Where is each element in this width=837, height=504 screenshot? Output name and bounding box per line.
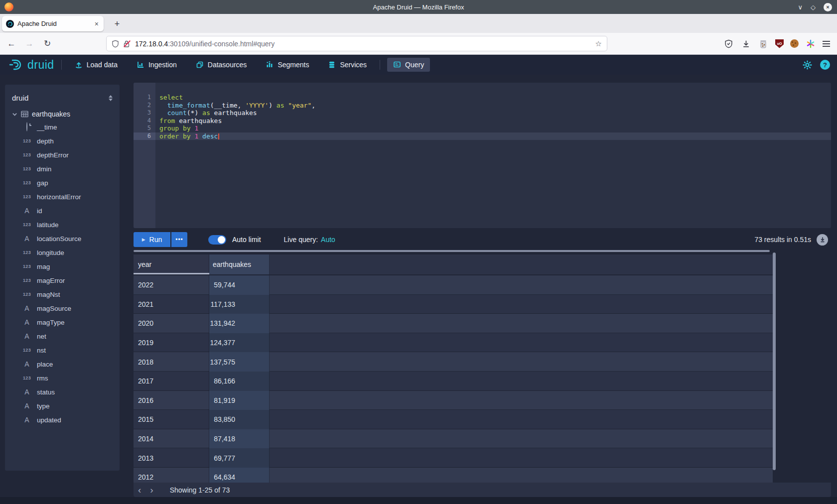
tab-close-icon[interactable]: ×: [94, 20, 100, 28]
sidebar-column-magSource[interactable]: AmagSource: [12, 301, 113, 315]
cell-year[interactable]: 2012: [134, 468, 209, 483]
colorful-asterisk-extension-icon[interactable]: [805, 38, 816, 49]
sidebar-column-status[interactable]: Astatus: [12, 385, 113, 399]
window-close-icon[interactable]: ×: [824, 3, 832, 11]
sidebar-column-mag[interactable]: 123mag: [12, 259, 113, 273]
sidebar-column-locationSource[interactable]: AlocationSource: [12, 232, 113, 246]
sidebar-column-updated[interactable]: Aupdated: [12, 413, 113, 427]
nav-services[interactable]: Services: [322, 58, 373, 72]
sidebar-table-earthquakes[interactable]: earthquakes: [12, 110, 113, 118]
window-minimize-icon[interactable]: ∨: [798, 4, 803, 10]
cell-earthquakes[interactable]: 87,418: [209, 429, 270, 449]
code-line-4[interactable]: from earthquakes: [155, 117, 831, 125]
sidebar-column-__time[interactable]: __time: [12, 120, 113, 134]
nav-load-data[interactable]: Load data: [69, 58, 124, 72]
sidebar-column-depth[interactable]: 123depth: [12, 134, 113, 148]
browser-tab[interactable]: Apache Druid ×: [2, 16, 104, 31]
cell-year[interactable]: 2019: [134, 333, 209, 353]
sidebar-column-horizontalError[interactable]: 123horizontalError: [12, 190, 113, 204]
run-button[interactable]: ▶ Run: [134, 232, 170, 247]
sort-icon[interactable]: [109, 95, 113, 101]
menu-icon[interactable]: [823, 41, 830, 47]
nav-query[interactable]: Query: [387, 58, 430, 72]
sidebar-column-magError[interactable]: 123magError: [12, 273, 113, 287]
protections-shield-icon[interactable]: [723, 38, 734, 49]
nav-ingestion[interactable]: Ingestion: [131, 58, 183, 72]
settings-gear-icon[interactable]: [803, 60, 812, 70]
query-editor[interactable]: 123456 select time_format(__time, 'YYYY'…: [134, 83, 831, 228]
cell-filler: [270, 429, 773, 449]
sidebar-column-depthError[interactable]: 123depthError: [12, 148, 113, 162]
column-header-year[interactable]: year: [134, 254, 209, 274]
sidebar-column-type[interactable]: Atype: [12, 399, 113, 413]
code-line-1[interactable]: select: [155, 94, 831, 102]
sidebar-column-latitude[interactable]: 123latitude: [12, 218, 113, 232]
horizontal-scrollbar[interactable]: [134, 250, 770, 252]
cell-year[interactable]: 2014: [134, 429, 209, 449]
help-icon[interactable]: ?: [820, 60, 830, 70]
column-name: magNst: [37, 291, 60, 298]
cell-earthquakes[interactable]: 131,942: [209, 314, 270, 333]
sidebar-column-place[interactable]: Aplace: [12, 357, 113, 371]
window-maximize-icon[interactable]: ◇: [811, 4, 816, 10]
sidebar-column-nst[interactable]: 123nst: [12, 343, 113, 357]
chevron-down-icon[interactable]: [12, 112, 17, 117]
next-page-icon[interactable]: ›: [145, 485, 157, 495]
prev-page-icon[interactable]: ‹: [134, 485, 145, 495]
download-results-icon[interactable]: [817, 234, 828, 246]
cell-earthquakes[interactable]: 86,166: [209, 372, 270, 391]
vertical-scrollbar[interactable]: [773, 252, 776, 470]
cell-year[interactable]: 2013: [134, 448, 209, 468]
bookmark-star-icon[interactable]: ☆: [595, 39, 602, 48]
druid-logo[interactable]: druid: [9, 58, 54, 72]
nav-segments[interactable]: Segments: [260, 58, 315, 72]
cell-earthquakes[interactable]: 83,850: [209, 410, 270, 429]
url-bar[interactable]: 172.18.0.4:30109/unified-console.html#qu…: [106, 36, 607, 51]
table-row: 201681,919: [134, 391, 773, 410]
sidebar-column-dmin[interactable]: 123dmin: [12, 162, 113, 176]
url-text[interactable]: 172.18.0.4:30109/unified-console.html#qu…: [135, 40, 595, 48]
cell-year[interactable]: 2015: [134, 410, 209, 429]
tracking-shield-icon[interactable]: [112, 40, 119, 48]
code-line-5[interactable]: group by 1: [155, 125, 831, 132]
cell-earthquakes[interactable]: 69,777: [209, 448, 270, 468]
run-more-button[interactable]: •••: [171, 232, 187, 247]
new-tab-button[interactable]: +: [111, 17, 124, 30]
cell-earthquakes[interactable]: 59,744: [209, 275, 270, 295]
cookie-extension-icon[interactable]: [790, 39, 799, 48]
auto-limit-toggle[interactable]: [208, 235, 226, 245]
cell-year[interactable]: 2018: [134, 352, 209, 372]
editor-code[interactable]: select time_format(__time, 'YYYY') as "y…: [155, 83, 831, 228]
live-query-value[interactable]: Auto: [321, 236, 335, 244]
sidebar-column-net[interactable]: Anet: [12, 329, 113, 343]
column-header-earthquakes[interactable]: earthquakes: [209, 254, 270, 274]
cell-earthquakes[interactable]: 124,377: [209, 333, 270, 353]
back-button[interactable]: ←: [4, 36, 19, 51]
cell-year[interactable]: 2016: [134, 391, 209, 410]
cell-filler: [270, 333, 773, 353]
sidebar-column-id[interactable]: Aid: [12, 204, 113, 218]
code-line-2[interactable]: time_format(__time, 'YYYY') as "year",: [155, 102, 831, 110]
downloads-icon[interactable]: [740, 38, 751, 49]
sidebar-column-magType[interactable]: AmagType: [12, 315, 113, 329]
code-line-6[interactable]: order by 1 desc: [155, 132, 831, 140]
code-line-3[interactable]: count(*) as earthquakes: [155, 109, 831, 117]
ublock-icon[interactable]: uO: [775, 39, 784, 48]
cell-earthquakes[interactable]: 64,634: [209, 468, 270, 483]
reload-button[interactable]: ↻: [40, 36, 55, 51]
sidebar-column-magNst[interactable]: 123magNst: [12, 287, 113, 301]
sidebar-column-gap[interactable]: 123gap: [12, 176, 113, 190]
cell-earthquakes[interactable]: 137,575: [209, 352, 270, 372]
sidebar-column-rms[interactable]: 123rms: [12, 371, 113, 385]
cell-year[interactable]: 2017: [134, 372, 209, 391]
cell-year[interactable]: 2022: [134, 275, 209, 295]
cell-year[interactable]: 2020: [134, 314, 209, 333]
forward-button[interactable]: →: [22, 36, 37, 51]
cell-earthquakes[interactable]: 117,133: [209, 295, 270, 314]
insecure-lock-icon[interactable]: [123, 40, 131, 48]
nav-datasources[interactable]: Datasources: [190, 58, 253, 72]
sidebar-column-longitude[interactable]: 123longitude: [12, 246, 113, 259]
extension-jar-icon[interactable]: [758, 38, 769, 49]
cell-earthquakes[interactable]: 81,919: [209, 391, 270, 410]
cell-year[interactable]: 2021: [134, 295, 209, 314]
